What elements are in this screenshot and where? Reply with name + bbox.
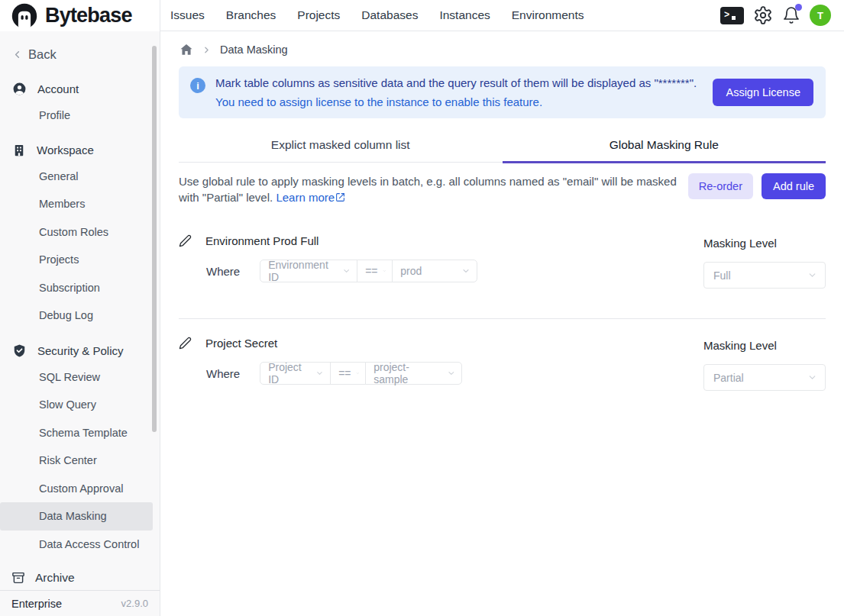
sidebar-item-debug-log[interactable]: Debug Log [0,302,153,330]
rule-title: Project Secret [205,337,277,350]
section-label: Workspace [37,144,94,156]
external-link-icon [335,190,345,206]
version-label: v2.9.0 [121,598,148,609]
chevron-down-icon [315,369,324,378]
sidebar-section-workspace: Workspace [0,138,160,163]
sidebar-section-security-policy: Security & Policy [0,338,160,363]
banner-text: Mark table columns as sensitive data and… [215,76,703,108]
condition-factor-select[interactable]: Environment ID [260,260,357,282]
archive-icon [11,571,25,585]
where-label: Where [206,265,240,278]
global-rule-header: Use global rule to apply masking levels … [179,173,826,206]
breadcrumb-current: Data Masking [220,44,288,56]
sidebar-item-data-access-control[interactable]: Data Access Control [0,531,153,559]
nav-projects[interactable]: Projects [297,8,340,22]
sidebar-item-slow-query[interactable]: Slow Query [0,391,153,419]
main-column: Issues Branches Projects Databases Insta… [160,0,844,616]
sidebar: Bytebase Back Account Profile Workspace [0,0,160,616]
sidebar-item-profile[interactable]: Profile [0,102,153,130]
nav-databases[interactable]: Databases [361,8,418,22]
sql-editor-icon[interactable]: > [720,7,744,24]
condition-operator-select[interactable]: == [357,260,393,282]
masking-rule-card: Project Secret Where Project ID == [179,337,826,391]
description-text: Use global rule to apply masking levels … [179,175,677,204]
sidebar-item-projects[interactable]: Projects [0,246,153,274]
sidebar-section-account: Account [0,76,160,102]
bytebase-logo-icon [11,2,38,30]
assign-license-button[interactable]: Assign License [713,79,813,106]
gear-icon[interactable] [753,5,773,25]
rule-right: Masking Level Partial [703,337,826,391]
archive-label: Archive [35,571,75,585]
add-rule-button[interactable]: Add rule [762,173,826,199]
masking-rule-card: Environment Prod Full Where Environment … [179,234,826,289]
avatar[interactable]: T [810,5,831,26]
sidebar-item-archive[interactable]: Archive [0,567,160,590]
chevron-down-icon [356,369,360,378]
reorder-button[interactable]: Re-order [688,173,753,199]
breadcrumb: Data Masking [179,31,826,66]
sidebar-item-risk-center[interactable]: Risk Center [0,447,153,475]
global-rule-description: Use global rule to apply masking levels … [179,173,680,206]
building-icon [12,144,26,157]
where-label: Where [206,367,240,380]
masking-level-label: Masking Level [703,337,826,352]
shield-check-icon [12,343,27,358]
brand-name: Bytebase [45,4,132,27]
learn-more-link[interactable]: Learn more [276,191,345,204]
sidebar-scrollbar[interactable] [152,46,157,432]
sidebar-item-data-masking[interactable]: Data Masking [0,502,153,531]
sidebar-item-members[interactable]: Members [0,190,153,218]
condition-value-select[interactable]: prod [392,260,477,282]
home-icon[interactable] [179,43,193,56]
tab-explict-masked-column-list[interactable]: Explict masked column list [179,129,503,162]
masking-level-select[interactable]: Partial [703,364,826,391]
bell-icon[interactable] [782,6,800,24]
divider [179,318,826,319]
sidebar-footer: Enterprise v2.9.0 [0,590,160,616]
rule-title: Environment Prod Full [205,234,319,247]
page-content: Data Masking i Mark table columns as sen… [160,31,844,616]
sidebar-item-subscription[interactable]: Subscription [0,274,153,302]
user-icon [12,82,27,96]
condition-group: Environment ID == prod [260,260,477,282]
nav-issues[interactable]: Issues [170,8,205,22]
nav-instances[interactable]: Instances [439,8,490,22]
tab-bar: Explict masked column list Global Maskin… [179,129,826,163]
sidebar-item-custom-roles[interactable]: Custom Roles [0,218,153,247]
tab-global-masking-rule[interactable]: Global Masking Rule [503,129,826,162]
chevron-left-icon [11,49,23,60]
top-nav-links: Issues Branches Projects Databases Insta… [170,8,584,22]
logo[interactable]: Bytebase [0,0,160,31]
condition-operator-select[interactable]: == [330,362,366,385]
back-button[interactable]: Back [0,31,160,66]
chevron-right-icon [202,45,212,55]
pencil-icon[interactable] [179,234,192,247]
top-nav: Issues Branches Projects Databases Insta… [160,0,844,31]
nav-environments[interactable]: Environments [512,8,584,22]
condition-factor-select[interactable]: Project ID [260,362,331,385]
chevron-down-icon [342,266,351,276]
chevron-down-icon [807,373,817,382]
masking-level-label: Masking Level [703,234,826,250]
condition-group: Project ID == project-sample [260,362,462,385]
sidebar-item-schema-template[interactable]: Schema Template [0,419,153,447]
rule-right: Masking Level Full [703,234,826,289]
condition-value-select[interactable]: project-sample [365,362,462,385]
top-nav-actions: > T [720,5,831,26]
sidebar-item-audit-log[interactable]: Audit Log [0,558,153,567]
rule-left: Project Secret Where Project ID == [179,337,462,391]
rule-left: Environment Prod Full Where Environment … [179,234,477,289]
sidebar-item-custom-approval[interactable]: Custom Approval [0,475,153,503]
pencil-icon[interactable] [179,337,192,350]
section-label: Account [37,82,79,95]
masking-level-select[interactable]: Full [703,262,826,289]
banner-note-link[interactable]: You need to assign license to the instan… [215,95,703,108]
plan-label: Enterprise [11,598,62,610]
sidebar-item-general[interactable]: General [0,163,153,191]
sidebar-item-sql-review[interactable]: SQL Review [0,363,153,392]
sidebar-nav: Account Profile Workspace General Member… [0,66,160,567]
nav-branches[interactable]: Branches [226,8,276,22]
chevron-down-icon [807,270,817,280]
banner-message: Mark table columns as sensitive data and… [215,76,703,89]
